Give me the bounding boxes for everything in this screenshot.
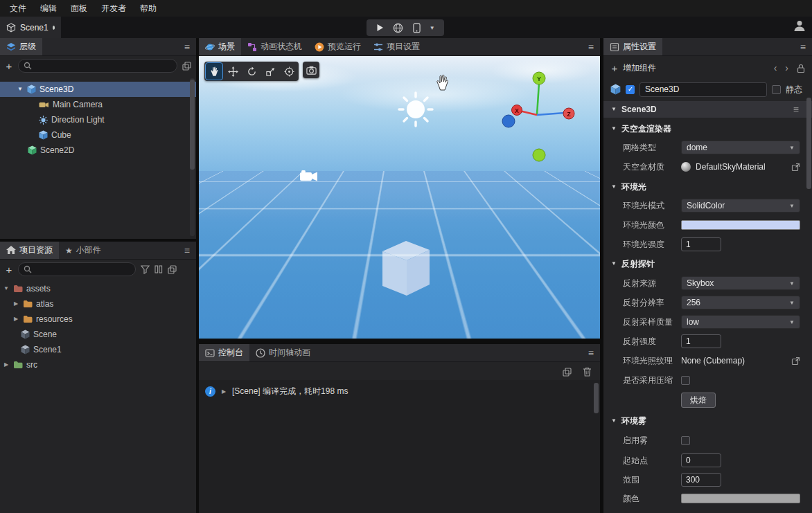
camera-gizmo-icon[interactable] <box>299 169 320 184</box>
tab-widgets[interactable]: ★ 小部件 <box>59 242 107 259</box>
tree-item-cube[interactable]: Cube <box>0 127 196 143</box>
assets-menu-icon[interactable]: ≡ <box>178 246 196 255</box>
asset-item-scene[interactable]: Scene <box>0 327 196 342</box>
hierarchy-search-input[interactable] <box>35 62 172 70</box>
asset-item-resources[interactable]: ▶ resources <box>0 312 196 327</box>
collapse-arrow-icon[interactable]: ▼ <box>17 87 24 92</box>
tool-scale[interactable] <box>262 63 279 80</box>
gizmo-extra-handle[interactable] <box>533 149 545 161</box>
bake-button[interactable]: 烘焙 <box>681 393 716 408</box>
log-expand-arrow-icon[interactable]: ▶ <box>220 389 227 395</box>
sun-gizmo-icon[interactable] <box>394 87 438 132</box>
gizmo-y-handle[interactable]: Y <box>533 72 545 84</box>
transform-gizmo[interactable]: Y X Z <box>497 69 587 172</box>
tab-console[interactable]: 控制台 <box>199 344 249 361</box>
log-entry[interactable]: i ▶ [Scene] 编译完成，耗时198 ms <box>199 380 600 397</box>
expand-arrow-icon[interactable]: ▶ <box>3 362 10 368</box>
clear-log-button[interactable] <box>583 367 592 377</box>
cube-object[interactable] <box>376 235 435 298</box>
tab-hierarchy[interactable]: 层级 <box>0 38 42 55</box>
tree-item-main-camera[interactable]: Main Camera <box>0 97 196 112</box>
preview-dropdown-chevron-icon[interactable]: ▼ <box>430 25 435 31</box>
tree-item-scene2d[interactable]: Scene2D <box>0 143 196 158</box>
expand-arrow-icon[interactable]: ▶ <box>12 316 19 322</box>
lock-icon[interactable] <box>797 64 805 73</box>
reflection-resolution-dropdown[interactable]: 256 ▼ <box>681 296 800 309</box>
component-menu-icon[interactable]: ≡ <box>787 105 805 114</box>
asset-item-src[interactable]: ▶ src <box>0 357 196 372</box>
tab-scene1[interactable]: Scene1 <box>0 17 61 38</box>
section-fog[interactable]: ▼环境雾 <box>610 413 805 429</box>
menu-help[interactable]: 帮助 <box>133 3 164 15</box>
inspector-scrollbar[interactable] <box>806 59 811 509</box>
open-reference-icon[interactable] <box>791 163 800 172</box>
tab-animator[interactable]: 动画状态机 <box>241 38 308 55</box>
asset-item-assets[interactable]: ▼ assets <box>0 281 196 296</box>
ambient-color-swatch[interactable] <box>681 220 800 230</box>
tab-inspector[interactable]: 属性设置 <box>603 38 662 55</box>
component-header-scene3d[interactable]: ▼ Scene3D ≡ <box>603 101 812 118</box>
copy-log-button[interactable] <box>563 368 572 377</box>
tool-gizmo-settings[interactable] <box>281 63 297 80</box>
filter-icon[interactable] <box>141 265 150 274</box>
console-menu-icon[interactable]: ≡ <box>582 348 600 358</box>
columns-layout-icon[interactable] <box>155 265 163 273</box>
scene-panel-menu-icon[interactable]: ≡ <box>582 42 600 52</box>
tree-item-scene3d[interactable]: ▼ Scene3D <box>0 82 196 97</box>
tab-preview-run[interactable]: 预览运行 <box>308 38 367 55</box>
add-component-button[interactable]: 增加组件 <box>623 62 656 74</box>
menu-panel[interactable]: 面板 <box>64 3 94 15</box>
hierarchy-search[interactable] <box>18 59 177 73</box>
hierarchy-menu-icon[interactable]: ≡ <box>178 42 196 52</box>
assets-search-input[interactable] <box>35 265 130 273</box>
compress-checkbox[interactable] <box>681 376 690 385</box>
tool-move[interactable] <box>224 63 241 80</box>
ambient-mode-dropdown[interactable]: SolidColor ▼ <box>681 199 800 213</box>
collapse-arrow-icon[interactable]: ▼ <box>3 286 10 291</box>
expand-arrow-icon[interactable]: ▶ <box>12 301 19 307</box>
menu-file[interactable]: 文件 <box>3 3 33 15</box>
copy-icon[interactable] <box>168 265 177 274</box>
fog-enable-checkbox[interactable] <box>681 436 690 445</box>
preview-browser-button[interactable] <box>393 23 403 33</box>
gizmo-x-handle[interactable]: X <box>512 105 522 116</box>
play-button[interactable] <box>376 24 384 32</box>
section-ambient-light[interactable]: ▼环境光 <box>610 179 805 195</box>
asset-item-atlas[interactable]: ▶ atlas <box>0 296 196 312</box>
asset-item-scene1[interactable]: Scene1 <box>0 342 196 357</box>
fog-range-input[interactable] <box>681 473 721 487</box>
tab-project-settings[interactable]: 项目设置 <box>367 38 426 55</box>
fog-color-swatch[interactable] <box>681 494 800 503</box>
mesh-type-dropdown[interactable]: dome ▼ <box>681 141 800 154</box>
add-asset-button[interactable]: + <box>5 264 13 275</box>
section-skybox-renderer[interactable]: ▼天空盒渲染器 <box>610 120 805 137</box>
console-log-area[interactable]: i ▶ [Scene] 编译完成，耗时198 ms <box>199 380 600 513</box>
node-active-checkbox[interactable] <box>626 85 635 94</box>
hierarchy-scrollbar[interactable] <box>190 78 195 236</box>
section-reflection-probe[interactable]: ▼反射探针 <box>610 255 805 272</box>
tab-timeline[interactable]: 时间轴动画 <box>249 344 317 361</box>
reflection-source-dropdown[interactable]: Skybox ▼ <box>681 276 800 290</box>
collapse-arrow-icon[interactable]: ▼ <box>610 107 617 112</box>
ambient-intensity-input[interactable] <box>681 237 721 251</box>
tree-item-direction-light[interactable]: Direction Light <box>0 112 196 127</box>
reflection-quality-dropdown[interactable]: low ▼ <box>681 315 800 329</box>
menu-developer[interactable]: 开发者 <box>94 3 133 15</box>
nav-back-chevron-icon[interactable]: ‹ <box>774 62 777 73</box>
account-button[interactable] <box>793 19 806 33</box>
tool-hand[interactable] <box>206 63 222 80</box>
reflection-intensity-input[interactable] <box>681 334 721 348</box>
menu-edit[interactable]: 编辑 <box>33 3 64 15</box>
scene-viewport[interactable]: Y X Z <box>199 56 600 339</box>
node-name-input[interactable] <box>639 82 767 97</box>
open-reference-icon[interactable] <box>791 357 800 366</box>
console-scrollbar[interactable] <box>594 383 599 509</box>
assets-search[interactable] <box>18 262 136 276</box>
add-node-button[interactable]: + <box>5 61 13 71</box>
inspector-menu-icon[interactable]: ≡ <box>794 42 812 52</box>
tab-scene-view[interactable]: 场景 <box>199 38 241 55</box>
tab-project-resources[interactable]: 项目资源 <box>0 242 59 259</box>
copy-icon[interactable] <box>182 62 191 71</box>
nav-forward-chevron-icon[interactable]: › <box>785 62 788 73</box>
tool-rotate[interactable] <box>243 63 260 80</box>
